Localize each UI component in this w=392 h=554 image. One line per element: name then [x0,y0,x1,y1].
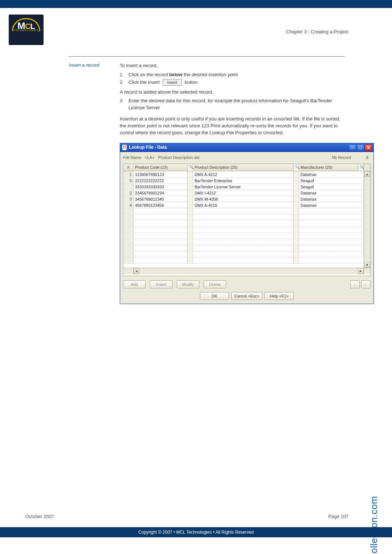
cell-desc[interactable]: DMX M-4208 [193,196,293,202]
cell-code[interactable]: 3456789012345 [134,196,187,202]
table-row[interactable]: 5 2222222222222 BarTender Enterprise Sea… [123,177,364,184]
section-label: Insert a record [69,62,113,68]
content-area: Insert a record To insert a record, 1 Cl… [69,56,345,304]
add-button[interactable]: Add [123,280,146,288]
table-row[interactable]: 3333333333333 BarTender License Server S… [123,184,364,190]
col-index[interactable]: # [123,164,134,171]
ok-cancel-row: OK Cancel <Esc> Help <F1> [123,292,371,300]
scroll-track[interactable] [364,177,370,262]
step-number: 2 [120,79,128,86]
file-info-row: File Name <LA> Product Description.dat N… [123,155,371,161]
cell-code[interactable]: 4567890123456 [134,202,187,208]
cell-code[interactable]: 1234567890123 [134,171,187,177]
cell-man[interactable]: Datamax [299,171,364,177]
row-index [123,184,134,189]
cancel-button[interactable]: Cancel <Esc> [231,292,262,300]
scroll-corner [364,164,370,171]
footer-meta: October 2007 Page 107 [25,514,348,519]
search-icon[interactable]: 🔍 [187,164,193,171]
cell-desc[interactable]: DMX A-4212 [193,171,293,177]
row-index: 4 [123,202,134,208]
cell-man[interactable]: Seagull [299,184,364,189]
cell-man[interactable]: Seagull [299,177,364,183]
note-paragraph: Insertion at a desired point is only use… [120,116,345,136]
row-index: 3 [123,196,134,202]
cell-desc[interactable]: DMX I-4212 [193,190,293,196]
col-manufacturer[interactable]: Manufacturer (20) [299,164,358,171]
step-text: Click the Insert Insert button [128,79,345,86]
table-row[interactable]: 1 1234567890123 DMX A-4212 Datamax [123,171,364,177]
step-number: 3 [120,98,128,111]
table-row [123,233,364,239]
table-row [123,251,364,258]
step-text: Click on the record below the desired in… [128,71,345,78]
search-icon[interactable]: 🔍 [358,164,364,171]
step1-b: the desired insertion point [183,72,238,77]
table-row [123,214,364,221]
insert-inline-button: Insert [163,79,182,86]
cell-man[interactable]: Datamax [299,196,364,202]
footer-date: October 2007 [25,514,54,519]
chapter-heading: Chapter 3 : Creating a Project [286,29,348,34]
step1-bold: below [169,72,183,77]
step-1: 1 Click on the record below the desired … [120,71,345,78]
action-buttons-row: Add Insert Modify Delete ↑ ↓ [123,280,371,288]
vertical-scrollbar[interactable]: ▲ ▼ [364,171,370,268]
cell-code[interactable]: 3333333333333 [134,184,187,189]
page-top-bar [0,0,392,8]
cell-desc[interactable]: BarTender License Server [193,184,293,189]
grid-body: 1 1234567890123 DMX A-4212 Datamax 5 222… [123,171,370,268]
step2-a: Click the Insert [128,79,161,85]
modify-button[interactable]: Modify [177,280,199,288]
step-3: 3 Enter the desired data for this record… [120,98,345,111]
cell-man[interactable]: Datamax [299,190,364,196]
window-buttons: – □ X [349,144,372,151]
help-button[interactable]: Help <F1> [265,292,294,300]
app-icon: III [122,145,127,150]
scroll-left-icon[interactable]: ◄ [134,268,139,274]
insert-button[interactable]: Insert [150,280,172,288]
url-text: www.mcl-collection.com [368,496,380,554]
cell-man[interactable]: Datamax [299,202,364,208]
col-product-description[interactable]: Product Description (25) [193,164,293,171]
scroll-down-icon[interactable]: ▼ [364,262,370,268]
step1-a: Click on the record [128,72,169,77]
table-row [123,239,364,245]
delete-button[interactable]: Delete [204,280,226,288]
maximize-button[interactable]: □ [357,144,364,151]
dialog-title: Lookup File - Data [129,144,167,151]
cell-code[interactable]: 2345678901234 [134,190,187,196]
file-name-label: File Name [123,155,141,161]
divider [69,56,345,57]
intro-line: To insert a record, [120,62,345,69]
step-number: 1 [120,71,128,78]
step-text: Enter the desired data for this record, … [128,98,345,111]
close-button[interactable]: X [365,144,372,151]
copyright-bar: Copyright © 2007 • MCL Technologies • Al… [0,527,392,537]
col-product-code[interactable]: Product Code (13) [134,164,187,171]
table-row [123,258,364,264]
dialog-titlebar: III Lookup File - Data – □ X [120,143,373,152]
scroll-track[interactable] [139,268,358,274]
website-url: www.mcl-collection.com [368,496,380,554]
table-row[interactable]: 2 2345678901234 DMX I-4212 Datamax [123,190,364,196]
step2-b: button [185,79,198,85]
table-row[interactable]: 4 4567890123456 DMX A-4210 Datamax [123,202,364,208]
search-icon[interactable]: 🔍 [293,164,299,171]
file-name-value: Product Description.dat [158,155,199,161]
cell-code[interactable]: 2222222222222 [134,177,187,183]
row-index: 1 [123,171,134,177]
cell-desc[interactable]: BarTender Enterprise [193,177,293,183]
minimize-button[interactable]: – [349,144,356,151]
move-up-button[interactable]: ↑ [350,280,360,288]
scroll-up-icon[interactable]: ▲ [364,171,370,177]
cell-desc[interactable]: DMX A-4210 [193,202,293,208]
grid-rows: 1 1234567890123 DMX A-4212 Datamax 5 222… [123,171,364,268]
scroll-right-icon[interactable]: ► [358,268,364,274]
row-index: 2 [123,190,134,196]
ok-button[interactable]: OK [200,292,229,300]
table-row[interactable]: 3 3456789012345 DMX M-4208 Datamax [123,196,364,202]
horizontal-scrollbar[interactable]: ◄ ► [123,268,370,274]
move-down-button[interactable]: ↓ [361,280,371,288]
dialog-body: File Name <LA> Product Description.dat N… [120,152,373,304]
